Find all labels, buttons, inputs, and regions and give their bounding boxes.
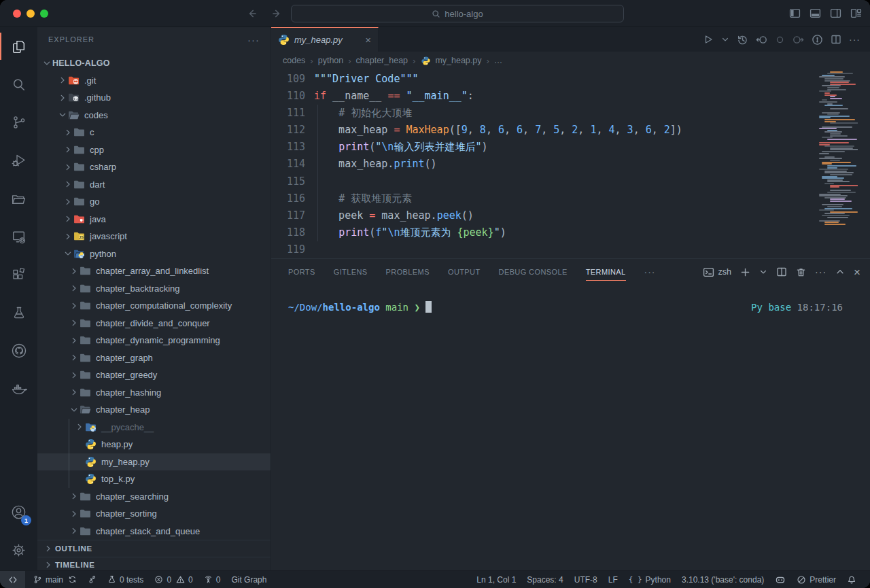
notifications[interactable] [841,575,862,585]
tree-item-python[interactable]: python [37,245,271,263]
tree-item--github[interactable]: .github [37,89,271,107]
panel-tab-output[interactable]: OUTPUT [448,259,481,285]
compare-working-icon[interactable] [775,35,785,45]
tree-item-heap-py[interactable]: heap.py [37,436,271,453]
remote-indicator[interactable] [0,571,25,588]
tree-item-c[interactable]: c [37,124,271,141]
python-interpreter[interactable]: 3.10.13 ('base': conda) [676,575,769,585]
copilot[interactable] [769,574,791,585]
tree-item-go[interactable]: go [37,193,271,211]
activity-accounts[interactable]: 1 [0,493,37,531]
tree-item-chapter-computational-complexity[interactable]: chapter_computational_complexity [37,297,271,315]
prettier[interactable]: Prettier [791,575,841,585]
eol[interactable]: LF [603,575,623,585]
toggle-panel-icon[interactable] [810,7,821,19]
toggle-primary-sidebar-icon[interactable] [789,7,801,19]
tree-item-my-heap-py[interactable]: my_heap.py [37,453,271,471]
customize-layout-icon[interactable] [850,7,862,19]
problems[interactable]: 00 [149,571,198,588]
activity-testing[interactable] [0,294,37,332]
zoom-window-button[interactable] [40,10,48,18]
encoding[interactable]: UTF-8 [569,575,603,585]
tree-item-codes[interactable]: codes [37,107,271,124]
panel-tab-gitlens[interactable]: GITLENS [334,259,368,285]
activity-remote-explorer[interactable] [0,218,37,256]
explorer-more-actions[interactable]: ··· [247,34,260,46]
tree-item-top-k-py[interactable]: top_k.py [37,470,271,488]
breadcrumb-codes[interactable]: codes [283,56,305,65]
terminal-picker-icon[interactable] [703,266,714,278]
more-actions-icon[interactable]: ··· [849,35,860,44]
tree-item-chapter-backtracking[interactable]: chapter_backtracking [37,280,271,298]
panel-tab-debug-console[interactable]: DEBUG CONSOLE [499,259,568,285]
code-editor[interactable]: 109"""Driver Code"""110if __name__ == "_… [271,69,870,258]
git-graph[interactable]: Git Graph [226,571,272,588]
panel-tab-terminal[interactable]: TERMINAL [586,259,626,285]
activity-search[interactable] [0,65,37,103]
minimap[interactable] [819,69,858,228]
kill-terminal-icon[interactable] [796,267,806,277]
breadcrumb-my-heap-py[interactable]: my_heap.py [420,55,481,67]
launch-profile-dropdown-icon[interactable] [759,268,767,276]
tree-item--pycache-[interactable]: __pycache__ [37,419,271,436]
tree-item-chapter-sorting[interactable]: chapter_sorting [37,505,271,523]
terminal[interactable]: ~/Dow/hello-algo main ❯ Py base 18:17:16 [271,285,870,570]
breadcrumb-python[interactable]: python [318,56,344,65]
tests[interactable]: 0 tests [102,571,149,588]
language-mode[interactable]: { }Python [623,575,676,585]
git-branch[interactable]: main [28,571,82,588]
tree-item--git[interactable]: .git [37,72,271,90]
section-timeline[interactable]: TIMELINE [37,557,271,571]
navigate-forward-icon[interactable] [271,7,283,20]
tree-item-java[interactable]: java [37,211,271,228]
tree-item-chapter-divide-and-conquer[interactable]: chapter_divide_and_conquer [37,315,271,332]
run-dropdown-icon[interactable] [721,35,729,44]
activity-run-and-debug[interactable] [0,141,37,179]
gitlens[interactable] [82,571,102,588]
gitlens-graph-icon[interactable] [812,34,823,46]
tree-item-chapter-dynamic-programming[interactable]: chapter_dynamic_programming [37,332,271,349]
activity-docker[interactable] [0,370,37,408]
tree-item-chapter-graph[interactable]: chapter_graph [37,349,271,367]
command-center-search[interactable]: hello-algo [291,5,624,22]
broadcast[interactable]: 0 [198,571,226,588]
compare-with-previous-icon[interactable] [756,34,767,46]
breadcrumb-chapter-heap[interactable]: chapter_heap [356,56,408,65]
minimize-window-button[interactable] [27,10,35,18]
panel-tab-ports[interactable]: PORTS [288,259,315,285]
panel-tab-problems[interactable]: PROBLEMS [386,259,430,285]
tree-item-chapter-stack-and-queue[interactable]: chapter_stack_and_queue [37,523,271,540]
activity-extensions[interactable] [0,256,37,294]
cursor-position[interactable]: Ln 1, Col 1 [471,575,521,585]
tree-item-chapter-array-and-linkedlist[interactable]: chapter_array_and_linkedlist [37,262,271,280]
tree-item-chapter-hashing[interactable]: chapter_hashing [37,384,271,402]
run-python-file-icon[interactable] [703,34,714,45]
toggle-secondary-sidebar-icon[interactable] [830,7,841,19]
maximize-panel-icon[interactable] [835,267,845,277]
tab-my-heap-py[interactable]: my_heap.py × [271,27,379,52]
close-window-button[interactable] [13,10,21,18]
activity-source-control[interactable] [0,103,37,141]
activity-project-manager[interactable] [0,179,37,218]
tree-item-javascript[interactable]: JSjavascript [37,228,271,245]
new-terminal-icon[interactable] [740,267,750,277]
panel-tabs-more[interactable]: ··· [644,266,656,277]
file-history-icon[interactable] [737,34,748,46]
navigate-back-icon[interactable] [246,7,258,20]
split-editor-icon[interactable] [831,34,841,45]
activity-explorer[interactable] [0,27,37,65]
tree-item-cpp[interactable]: cpp [37,141,271,159]
tree-item-chapter-heap[interactable]: chapter_heap [37,401,271,419]
tree-item-csharp[interactable]: csharp [37,158,271,176]
close-tab-icon[interactable]: × [365,35,371,45]
breadcrumb--[interactable]: … [494,56,503,65]
compare-with-next-icon[interactable] [793,34,804,46]
tree-item-chapter-searching[interactable]: chapter_searching [37,488,271,506]
section-outline[interactable]: OUTLINE [37,540,271,557]
indentation[interactable]: Spaces: 4 [521,575,568,585]
tree-item-chapter-greedy[interactable]: chapter_greedy [37,366,271,384]
split-terminal-icon[interactable] [776,266,787,277]
tree-item-dart[interactable]: dart [37,176,271,194]
activity-settings[interactable] [0,531,37,569]
activity-github[interactable] [0,332,37,370]
